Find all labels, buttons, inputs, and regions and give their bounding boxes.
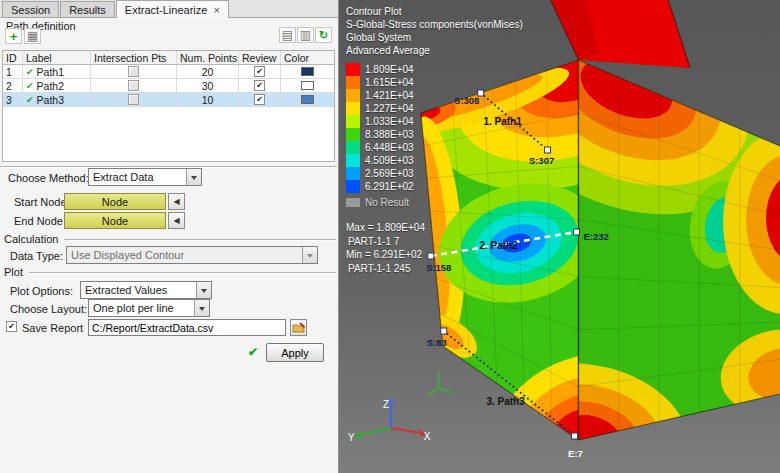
end-node-label: End Node [14, 215, 63, 227]
table-row-path1[interactable]: 1 ✔Path1 20 ✔ [3, 65, 334, 79]
legend-averaging: Advanced Average [346, 44, 523, 57]
path3-end-marker [571, 433, 577, 439]
header-color: Color [281, 51, 334, 64]
save-report-label: Save Report [22, 322, 83, 334]
plot-section: Plot [4, 266, 336, 278]
legend-swatch [346, 76, 360, 89]
header-label: Label [23, 51, 91, 64]
path3-start-label: S:83 [427, 337, 447, 348]
review-checkbox[interactable]: ✔ [254, 80, 265, 91]
num-points-value[interactable]: 20 [177, 65, 239, 78]
path-check-icon: ✔ [26, 81, 34, 91]
graphics-viewport[interactable]: S:308 S:307 1. Path1 S:158 E:232 2. Path… [339, 0, 780, 473]
legend-swatch [346, 115, 360, 128]
path1-end-label: S:307 [529, 155, 554, 166]
legend-swatch [346, 102, 360, 115]
path2-end-label: E:232 [583, 231, 608, 242]
legend-system: Global System [346, 31, 523, 44]
review-checkbox[interactable]: ✔ [254, 66, 265, 77]
end-node-collector[interactable]: Node [64, 212, 166, 229]
triad-z-label: Z [383, 399, 389, 410]
chevron-down-icon[interactable] [194, 300, 209, 316]
legend-swatch [346, 154, 360, 167]
path3-end-label: E:7 [568, 448, 583, 459]
intersection-pts-checkbox[interactable] [128, 66, 139, 77]
data-type-select[interactable]: Use Displayed Contour [66, 246, 318, 264]
plot-options-select[interactable]: Extracted Values [80, 281, 212, 299]
path-table-icon[interactable]: ▦ [24, 28, 41, 44]
apply-button[interactable]: Apply [266, 343, 324, 362]
data-type-label: Data Type: [10, 250, 63, 262]
tab-close-icon[interactable]: × [213, 5, 219, 16]
row-id: 1 [3, 65, 23, 78]
extract-linearize-panel: Session Results Extract-Linearize × Path… [0, 0, 339, 473]
choose-method-select[interactable]: Extract Data [88, 168, 202, 186]
min-part: PART-1-1 245 [346, 262, 523, 276]
chevron-down-icon[interactable] [186, 169, 201, 185]
row-label: ✔Path2 [23, 79, 91, 92]
path-check-icon: ✔ [26, 95, 34, 105]
max-value: Max = 1.809E+04 [346, 221, 523, 235]
calculation-title: Calculation [4, 233, 58, 245]
chevron-down-icon[interactable] [302, 247, 317, 263]
legend-swatch [346, 141, 360, 154]
triad-y-label: Y [348, 432, 355, 443]
legend-swatch [346, 89, 360, 102]
review-checkbox[interactable]: ✔ [254, 94, 265, 105]
header-intersection-pts: Intersection Pts [91, 51, 177, 64]
path-table: ID Label Intersection Pts Num. Points Re… [2, 50, 335, 162]
export-table-button[interactable]: ▥ [297, 27, 314, 43]
min-value: Min = 6.291E+02 [346, 248, 523, 262]
tab-extract-linearize[interactable]: Extract-Linearize × [116, 0, 229, 18]
path-color-swatch[interactable] [301, 81, 314, 90]
panel-tab-bar: Session Results Extract-Linearize × [0, 0, 338, 18]
intersection-pts-checkbox[interactable] [128, 94, 139, 105]
calculation-section: Calculation [4, 233, 336, 245]
no-result-label: No Result [365, 196, 409, 209]
header-review: Review [239, 51, 281, 64]
num-points-value[interactable]: 30 [177, 79, 239, 92]
legend-color-bar: 1.809E+04 1.615E+04 1.421E+04 1.227E+04 … [346, 63, 523, 209]
table-row-path3[interactable]: 3 ✔Path3 10 ✔ [3, 93, 334, 107]
row-label: ✔Path1 [23, 65, 91, 78]
path1-end-marker [545, 147, 551, 153]
choose-layout-label: Choose Layout: [10, 303, 87, 315]
apply-check-icon: ✔ [248, 345, 258, 359]
path2-end-marker [573, 229, 579, 235]
start-node-prev-button[interactable]: ◀ [168, 193, 185, 210]
legend-result-type: S-Global-Stress components(vonMises) [346, 18, 523, 31]
review-all-button[interactable]: ▤ [279, 27, 296, 43]
refresh-button[interactable]: ↻ [315, 27, 332, 43]
triad-x-label: X [424, 431, 431, 442]
path-color-swatch[interactable] [301, 67, 314, 76]
divider [0, 166, 337, 167]
save-report-checkbox[interactable]: ✔ [6, 321, 17, 332]
tab-results[interactable]: Results [60, 1, 115, 17]
legend-max-min: Max = 1.809E+04 PART-1-1 7 Min = 6.291E+… [346, 221, 523, 275]
start-node-label: Start Node [14, 196, 67, 208]
chevron-down-icon[interactable] [196, 282, 211, 298]
legend-swatch [346, 180, 360, 193]
add-path-button[interactable]: + [5, 28, 22, 44]
row-id: 2 [3, 79, 23, 92]
header-id: ID [3, 51, 23, 64]
legend-swatch [346, 167, 360, 180]
no-result-swatch [346, 198, 360, 207]
num-points-value[interactable]: 10 [177, 93, 239, 106]
tab-session[interactable]: Session [2, 1, 59, 17]
end-node-prev-button[interactable]: ◀ [168, 212, 185, 229]
legend-swatch [346, 128, 360, 141]
contour-legend: Contour Plot S-Global-Stress components(… [346, 5, 523, 275]
path-check-icon: ✔ [26, 67, 34, 77]
application-window: Session Results Extract-Linearize × Path… [0, 0, 780, 473]
start-node-collector[interactable]: Node [64, 193, 166, 210]
choose-layout-select[interactable]: One plot per line [88, 299, 210, 317]
path-color-swatch[interactable] [301, 95, 314, 104]
browse-file-button[interactable] [290, 319, 307, 336]
row-label: ✔Path3 [23, 93, 91, 106]
row-id: 3 [3, 93, 23, 106]
header-num-points: Num. Points [177, 51, 239, 64]
save-report-path-input[interactable] [88, 319, 286, 336]
intersection-pts-checkbox[interactable] [128, 80, 139, 91]
table-row-path2[interactable]: 2 ✔Path2 30 ✔ [3, 79, 334, 93]
